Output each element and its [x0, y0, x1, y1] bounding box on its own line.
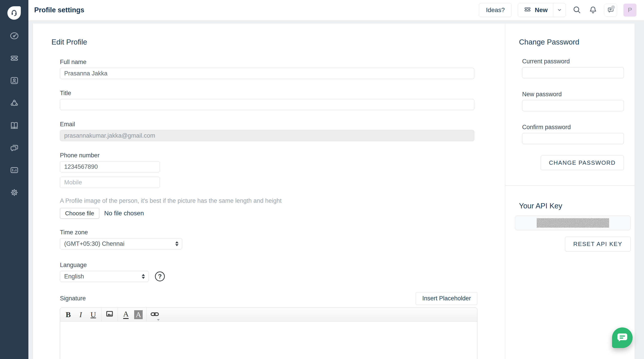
font-color-button[interactable]: A: [120, 308, 132, 321]
signature-editor: B I U: [60, 307, 478, 359]
new-split-button: New: [518, 3, 566, 17]
full-name-group: Full name: [60, 59, 474, 79]
signature-editor-content[interactable]: [60, 322, 477, 359]
customers-icon: [10, 98, 19, 109]
settings-card: Edit Profile Full name Title Email: [33, 24, 634, 359]
new-password-label: New password: [522, 91, 624, 98]
timezone-group: Time zone (GMT+05:30) Chennai: [60, 229, 474, 249]
right-panel: Change Password Current password New pas…: [505, 24, 634, 359]
timezone-value: (GMT+05:30) Chennai: [64, 240, 124, 247]
insert-image-button[interactable]: [103, 308, 116, 321]
confirm-password-input[interactable]: [522, 133, 624, 144]
knowledge-base-icon: [10, 120, 19, 131]
edit-profile-form: Full name Title Email Phone number: [60, 59, 474, 359]
current-password-group: Current password: [522, 58, 624, 78]
new-password-input[interactable]: [522, 100, 624, 111]
background-color-button[interactable]: A: [132, 308, 145, 321]
current-password-input[interactable]: [522, 67, 624, 78]
settings-icon: [10, 188, 19, 198]
sidebar-item-customers[interactable]: [10, 99, 19, 108]
app-root: Profile settings Ideas? New: [0, 0, 644, 359]
insert-image-icon: [106, 310, 114, 320]
new-button[interactable]: New: [518, 3, 553, 17]
api-key-heading: Your API Key: [519, 202, 630, 210]
sidebar-item-conversations[interactable]: [10, 143, 19, 153]
sidebar-item-reports[interactable]: [10, 166, 19, 175]
signature-header-row: Signature Insert Placeholder: [60, 292, 478, 305]
contacts-icon: [10, 76, 19, 86]
bell-icon: [588, 5, 598, 15]
bold-button[interactable]: B: [62, 308, 74, 321]
select-spinner-icon: [142, 274, 145, 279]
api-key-redacted-noise: [537, 218, 609, 228]
email-group: Email: [60, 121, 474, 141]
full-name-label: Full name: [60, 59, 474, 66]
section-divider: [505, 186, 634, 186]
notification-dot: [611, 5, 615, 9]
signature-toolbar: B I U: [60, 308, 477, 322]
language-label: Language: [60, 262, 474, 269]
sidebar-nav: [0, 31, 28, 198]
reports-icon: [10, 165, 19, 176]
timezone-label: Time zone: [60, 229, 474, 236]
new-password-group: New password: [522, 91, 624, 111]
full-name-input[interactable]: [60, 68, 474, 79]
api-key-display: [515, 216, 630, 230]
messages-button[interactable]: [604, 4, 617, 17]
language-group: Language English ?: [60, 262, 474, 282]
profile-image-upload: Choose file No file chosen: [60, 208, 474, 219]
new-button-label: New: [535, 7, 548, 14]
tickets-icon: [10, 53, 19, 64]
confirm-password-label: Confirm password: [522, 124, 624, 131]
chat-bubble-icon: [617, 333, 628, 343]
chevron-down-icon: [556, 7, 562, 14]
search-icon: [572, 5, 582, 15]
app-logo[interactable]: [8, 6, 21, 20]
search-button[interactable]: [572, 5, 582, 15]
content-area: Edit Profile Full name Title Email: [28, 20, 644, 359]
underline-button[interactable]: U: [87, 308, 100, 321]
profile-image-help-text: A Profile image of the person, it's best…: [60, 197, 474, 204]
page-title: Profile settings: [34, 6, 84, 14]
sidebar-item-knowledge-base[interactable]: [10, 121, 19, 131]
change-password-heading: Change Password: [519, 38, 631, 46]
timezone-select[interactable]: (GMT+05:30) Chennai: [60, 238, 182, 249]
phone-group: Phone number: [60, 152, 474, 188]
title-input[interactable]: [60, 99, 474, 110]
api-key-section: Your API Key: [515, 202, 630, 251]
ticket-icon: [524, 5, 532, 15]
current-password-label: Current password: [522, 58, 624, 65]
new-dropdown-button[interactable]: [553, 3, 566, 17]
link-dropdown-caret-icon: [157, 319, 160, 321]
headset-logo-icon: [10, 8, 18, 18]
insert-placeholder-button[interactable]: Insert Placeholder: [416, 292, 478, 305]
insert-link-button[interactable]: [148, 308, 161, 321]
reset-api-key-button[interactable]: RESET API KEY: [565, 237, 630, 251]
email-label: Email: [60, 121, 474, 128]
signature-label: Signature: [60, 295, 86, 302]
italic-button[interactable]: I: [74, 308, 87, 321]
sidebar-item-tickets[interactable]: [10, 54, 19, 64]
title-group: Title: [60, 90, 474, 110]
avatar[interactable]: P: [624, 4, 636, 17]
dashboard-icon: [10, 31, 19, 42]
notifications-button[interactable]: [588, 5, 598, 15]
question-circle-icon[interactable]: ?: [155, 271, 165, 281]
change-password-form: Current password New password Confirm pa…: [522, 58, 624, 170]
insert-link-icon: [150, 309, 159, 320]
sidebar-item-settings[interactable]: [10, 188, 19, 198]
sidebar: [0, 0, 28, 359]
phone-input[interactable]: [60, 161, 160, 172]
language-select[interactable]: English: [60, 271, 149, 282]
choose-file-button[interactable]: Choose file: [60, 208, 99, 219]
phone-label: Phone number: [60, 152, 474, 159]
sidebar-item-contacts[interactable]: [10, 76, 19, 86]
sidebar-item-dashboard[interactable]: [10, 31, 19, 41]
no-file-chosen-text: No file chosen: [104, 210, 144, 217]
chat-launcher-button[interactable]: [612, 327, 632, 348]
mobile-input[interactable]: [60, 177, 160, 188]
change-password-button[interactable]: CHANGE PASSWORD: [541, 155, 624, 170]
ideas-button[interactable]: Ideas?: [479, 3, 512, 17]
edit-profile-heading: Edit Profile: [52, 38, 505, 46]
conversations-icon: [10, 143, 19, 154]
